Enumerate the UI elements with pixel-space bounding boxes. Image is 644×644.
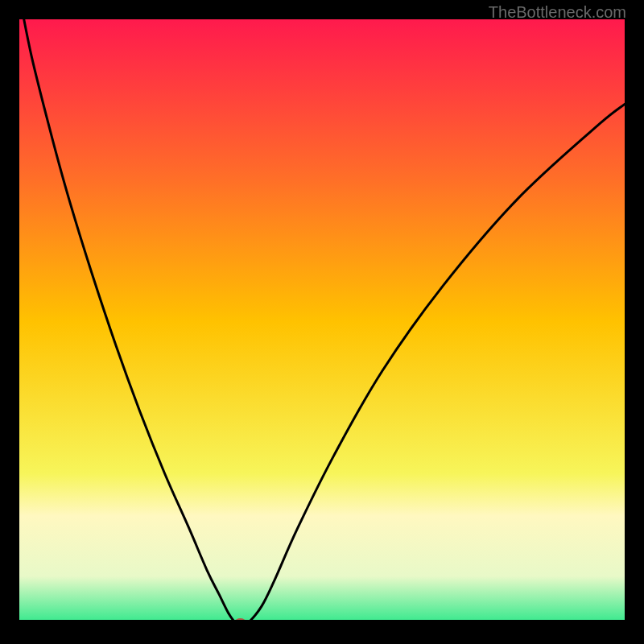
plot-area <box>19 19 625 625</box>
watermark-text: TheBottleneck.com <box>489 3 626 22</box>
axis-strip <box>19 620 625 625</box>
chart-frame <box>19 19 625 625</box>
chart-svg <box>19 19 625 625</box>
gradient-background <box>19 19 625 625</box>
